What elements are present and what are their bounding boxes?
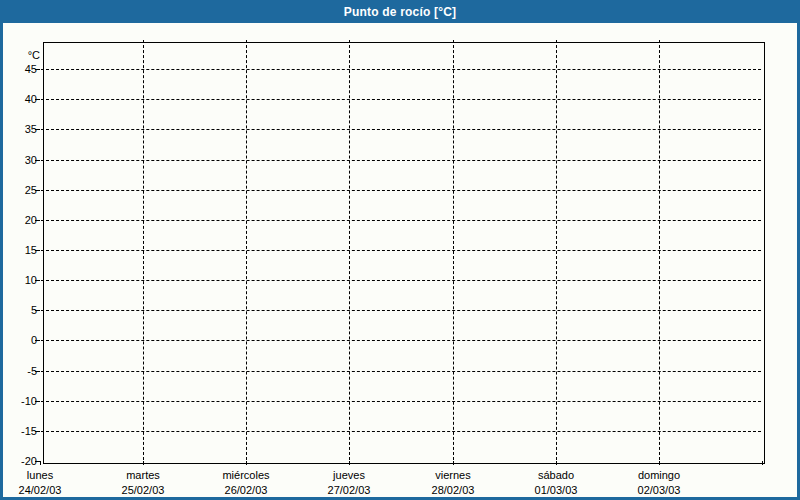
y-tick-label: 0 [7, 333, 37, 347]
gridline-horizontal [41, 160, 761, 161]
x-date-label: 25/02/03 [98, 483, 188, 497]
x-day-label: miércoles [201, 468, 291, 482]
gridline-horizontal [41, 401, 761, 402]
y-tick-label: 5 [7, 303, 37, 317]
x-date-label: 01/03/03 [511, 483, 601, 497]
x-day-label: sábado [511, 468, 601, 482]
gridline-horizontal [41, 129, 761, 130]
x-date-label: 02/03/03 [614, 483, 704, 497]
x-date-label: 27/02/03 [304, 483, 394, 497]
x-day-label: martes [98, 468, 188, 482]
titlebar: Punto de rocío [°C] [0, 0, 800, 23]
gridline-vertical [143, 40, 144, 460]
x-axis-tick [349, 461, 350, 465]
y-tick-label: 15 [7, 243, 37, 257]
x-axis-tick [453, 461, 454, 465]
gridline-horizontal [41, 280, 761, 281]
gridline-horizontal [41, 69, 761, 70]
y-tick-label: -5 [7, 364, 37, 378]
gridline-vertical [349, 40, 350, 460]
y-tick-label: 20 [7, 213, 37, 227]
x-date-label: 26/02/03 [201, 483, 291, 497]
y-tick-label: -15 [7, 424, 37, 438]
y-tick-label: 25 [7, 183, 37, 197]
y-tick-label: 10 [7, 273, 37, 287]
x-day-label: viernes [408, 468, 498, 482]
chart-window: Punto de rocío [°C] °C 45403530252015105… [0, 0, 800, 500]
gridline-horizontal [41, 190, 761, 191]
x-axis-tick [659, 461, 660, 465]
gridline-horizontal [41, 250, 761, 251]
x-day-label: lunes [0, 468, 85, 482]
y-tick-label: 35 [7, 122, 37, 136]
y-axis-unit: °C [10, 48, 40, 62]
y-tick-label: 30 [7, 153, 37, 167]
gridline-horizontal [41, 310, 761, 311]
x-axis-tick [762, 461, 763, 465]
y-tick-label: 40 [7, 92, 37, 106]
gridline-horizontal [41, 220, 761, 221]
gridline-vertical [453, 40, 454, 460]
x-date-label: 24/02/03 [0, 483, 85, 497]
y-tick-label: -20 [7, 454, 37, 468]
y-tick-label: 45 [7, 62, 37, 76]
gridline-vertical [246, 40, 247, 460]
gridline-vertical [556, 40, 557, 460]
y-tick-label: -10 [7, 394, 37, 408]
gridline-horizontal [41, 431, 761, 432]
x-date-label: 28/02/03 [408, 483, 498, 497]
x-axis-tick [40, 461, 41, 465]
gridline-horizontal [41, 371, 761, 372]
gridline-vertical [659, 40, 660, 460]
x-day-label: domingo [614, 468, 704, 482]
gridline-horizontal [41, 99, 761, 100]
chart-title: Punto de rocío [°C] [344, 5, 457, 19]
gridline-horizontal [41, 340, 761, 341]
x-axis-tick [246, 461, 247, 465]
x-axis-tick [143, 461, 144, 465]
x-axis-tick [556, 461, 557, 465]
x-day-label: jueves [304, 468, 394, 482]
